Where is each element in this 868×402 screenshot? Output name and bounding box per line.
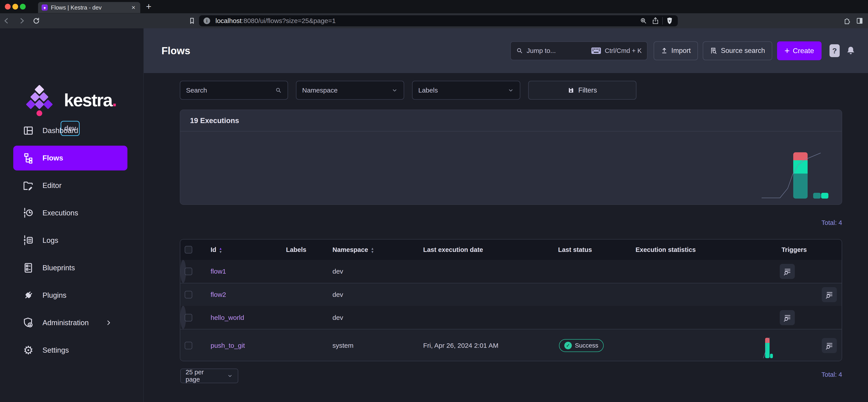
flows-table: Id▲▼ Labels Namespace▲▼ Last execution d… — [180, 239, 842, 361]
minimize-window-button[interactable] — [12, 4, 18, 9]
column-header-triggers[interactable]: Triggers — [780, 246, 842, 254]
row-checkbox[interactable] — [185, 342, 192, 349]
timeline-clock-icon — [22, 207, 34, 219]
main-content: Flows Jump to... Ctrl/Cmd + K Import — [144, 28, 868, 402]
zoom-page-icon[interactable] — [640, 17, 647, 25]
column-header-execution-statistics[interactable]: Execution statistics — [634, 246, 780, 254]
new-tab-button[interactable]: + — [146, 2, 152, 11]
sidebar-item-logs[interactable]: Logs — [13, 228, 127, 253]
sidebar-item-label: Blueprints — [42, 264, 75, 272]
folder-edit-icon — [22, 179, 34, 192]
flow-id-link[interactable]: hello_world — [211, 314, 244, 321]
site-info-icon[interactable]: i — [204, 18, 210, 24]
url-text: localhost:8080/ui/flows?size=25&page=1 — [215, 17, 336, 25]
browser-tab[interactable]: ◆ Flows | Kestra - dev × — [38, 2, 140, 13]
tab-title: Flows | Kestra - dev — [51, 4, 130, 11]
shortcut-hint: Ctrl/Cmd + K — [605, 47, 642, 54]
create-button[interactable]: + Create — [777, 41, 822, 60]
search-placeholder: Search — [186, 87, 207, 94]
table-row[interactable]: flow1 dev — [180, 260, 186, 283]
browser-window: ◆ Flows | Kestra - dev × + i localhost:8… — [0, 0, 868, 402]
kestra-logo[interactable]: kestra. — [19, 84, 116, 117]
column-header-last-execution-date[interactable]: Last execution date — [422, 246, 556, 254]
address-bar[interactable]: i localhost:8080/ui/flows?size=25&page=1 — [199, 15, 678, 26]
flow-namespace: dev — [331, 268, 422, 275]
filter-bar: Search Namespace Labels Filters — [180, 81, 637, 99]
triggers-button[interactable] — [780, 264, 795, 279]
sidebar-item-flows[interactable]: Flows — [13, 146, 127, 170]
sidebar-item-editor[interactable]: Editor — [13, 173, 127, 198]
select-all-checkbox[interactable] — [185, 246, 192, 254]
triggers-button[interactable] — [780, 310, 795, 325]
triggers-button[interactable] — [822, 338, 837, 353]
file-search-icon — [710, 47, 717, 54]
sidebar-item-blueprints[interactable]: Blueprints — [13, 255, 127, 280]
sort-icons: ▲▼ — [219, 247, 222, 253]
jump-to-search[interactable]: Jump to... Ctrl/Cmd + K — [510, 41, 647, 60]
maximize-window-button[interactable] — [20, 4, 26, 9]
close-window-button[interactable] — [5, 4, 11, 9]
flows-icon — [22, 152, 34, 164]
back-icon[interactable] — [2, 16, 11, 26]
sidebar-item-settings[interactable]: ⚙ Settings — [13, 338, 127, 363]
upload-icon — [661, 47, 668, 54]
row-checkbox[interactable] — [185, 291, 192, 298]
search-icon — [516, 47, 523, 54]
keyboard-icon — [591, 47, 601, 54]
column-header-id[interactable]: Id▲▼ — [202, 246, 284, 254]
flow-id-link[interactable]: flow1 — [211, 268, 226, 275]
status-badge: ✓ Success — [559, 339, 604, 352]
flow-id-link[interactable]: push_to_git — [211, 342, 245, 349]
plus-icon: + — [785, 46, 790, 55]
save-filter-icon — [568, 87, 574, 94]
sidebar-item-label: Plugins — [42, 291, 66, 299]
sort-icons: ▲▼ — [371, 247, 374, 253]
executions-panel-title: 19 Executions — [180, 110, 842, 132]
sidebar-item-administration[interactable]: Administration — [13, 310, 127, 335]
dashboard-icon — [22, 124, 34, 137]
bookmark-icon[interactable] — [187, 16, 197, 26]
flow-namespace: dev — [331, 314, 422, 321]
ballot-icon — [22, 262, 34, 274]
total-count-bottom: Total: 4 — [822, 371, 842, 378]
flow-id-link[interactable]: flow2 — [211, 291, 226, 298]
help-icon[interactable]: ? — [830, 44, 840, 57]
flow-namespace: dev — [331, 291, 422, 298]
shield-account-icon — [22, 317, 34, 329]
sidebar-item-plugins[interactable]: Plugins — [13, 283, 127, 308]
notifications-bell-icon[interactable] — [846, 46, 856, 56]
sidebar-toggle-icon[interactable] — [856, 17, 864, 25]
search-input[interactable]: Search — [180, 81, 288, 99]
execution-statistics-chart[interactable] — [763, 337, 774, 359]
sidebar-item-dashboard[interactable]: Dashboard — [13, 118, 127, 143]
brave-shield-icon[interactable] — [666, 17, 673, 25]
column-header-labels[interactable]: Labels — [284, 246, 331, 254]
table-row[interactable]: push_to_git system Fri, Apr 26, 2024 2:0… — [180, 329, 842, 361]
chevron-down-icon — [227, 373, 233, 379]
namespace-select[interactable]: Namespace — [296, 81, 404, 99]
table-row[interactable]: hello_world dev — [180, 306, 186, 329]
row-checkbox[interactable] — [185, 314, 192, 321]
source-search-button[interactable]: Source search — [703, 41, 772, 60]
flow-namespace: system — [331, 342, 422, 349]
labels-select[interactable]: Labels — [412, 81, 520, 99]
per-page-select[interactable]: 25 per page — [180, 369, 238, 383]
filters-button[interactable]: Filters — [528, 81, 637, 99]
sidebar: kestra. dev Dashboard Flows — [0, 28, 144, 402]
share-icon[interactable] — [652, 17, 659, 25]
sidebar-item-executions[interactable]: Executions — [13, 201, 127, 225]
row-checkbox[interactable] — [185, 268, 192, 275]
sidebar-item-label: Settings — [42, 346, 69, 354]
import-button[interactable]: Import — [654, 41, 698, 60]
reload-icon[interactable] — [31, 16, 41, 26]
forward-icon[interactable] — [17, 16, 27, 26]
tab-close-icon[interactable]: × — [130, 4, 137, 11]
triggers-button[interactable] — [822, 287, 837, 302]
executions-chart[interactable] — [762, 146, 841, 202]
column-header-namespace[interactable]: Namespace▲▼ — [331, 246, 422, 254]
sidebar-item-label: Editor — [42, 181, 61, 190]
extensions-puzzle-icon[interactable] — [843, 17, 851, 25]
check-circle-icon: ✓ — [564, 342, 572, 349]
table-row[interactable]: flow2 dev — [180, 283, 842, 306]
column-header-last-status[interactable]: Last status — [556, 246, 634, 254]
